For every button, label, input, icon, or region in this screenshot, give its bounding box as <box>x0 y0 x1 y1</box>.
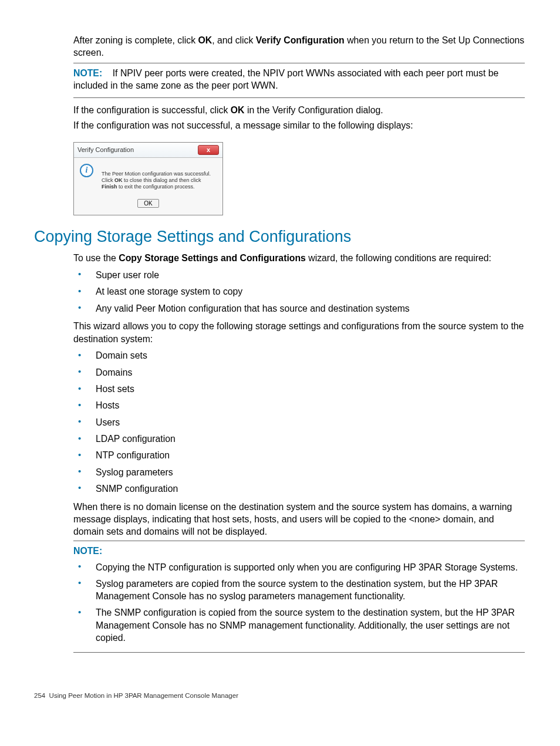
info-icon: i <box>80 164 93 177</box>
paragraph-domain-warning: When there is no domain license on the d… <box>73 501 525 538</box>
text: If the configuration is successful, clic… <box>73 105 231 115</box>
section-heading: Copying Storage Settings and Configurati… <box>34 226 525 247</box>
note-block-npiv: NOTE: If NPIV peer ports were created, t… <box>73 63 525 99</box>
list-item: Host sets <box>73 381 525 397</box>
footer-title: Using Peer Motion in HP 3PAR Management … <box>49 692 238 699</box>
list-item: Domain sets <box>73 347 525 364</box>
text: To use the <box>73 253 119 263</box>
list-item: Syslog parameters <box>73 464 525 480</box>
dialog-body: i The Peer Motion configuration was succ… <box>74 158 222 194</box>
list-item: The SNMP configuration is copied from th… <box>73 605 525 646</box>
note-block-bottom: NOTE: Copying the NTP configuration is s… <box>73 541 525 653</box>
paragraph-success: If the configuration is successful, clic… <box>73 104 525 116</box>
dialog-titlebar: Verify Configuration x <box>74 143 222 158</box>
dialog-title-text: Verify Configuration <box>77 146 134 154</box>
text: wizard, the following conditions are req… <box>306 253 491 263</box>
close-icon[interactable]: x <box>198 145 219 155</box>
list-item: Copying the NTP configuration is support… <box>73 559 525 575</box>
verify-configuration-dialog: Verify Configuration x i The Peer Motion… <box>73 142 223 215</box>
text-bold: OK <box>231 105 245 115</box>
text-bold: Finish <box>102 184 117 190</box>
list-item: Hosts <box>73 397 525 414</box>
list-item: Any valid Peer Motion configuration that… <box>73 300 525 316</box>
text: After zoning is complete, click <box>73 35 198 45</box>
paragraph-wizard-allows: This wizard allows you to copy the follo… <box>73 320 525 345</box>
document-page: After zoning is complete, click OK, and … <box>0 0 560 712</box>
ok-button[interactable]: OK <box>137 199 158 208</box>
list-item: NTP configuration <box>73 447 525 464</box>
note-list: Copying the NTP configuration is support… <box>73 559 525 646</box>
text: to exit the configuration process. <box>117 184 195 190</box>
settings-list: Domain sets Domains Host sets Hosts User… <box>73 347 525 497</box>
paragraph-zoning: After zoning is complete, click OK, and … <box>73 34 525 59</box>
text: , and click <box>212 35 256 45</box>
note-text: If NPIV peer ports were created, the NPI… <box>73 68 498 90</box>
conditions-list: Super user role At least one storage sys… <box>73 266 525 316</box>
dialog-message: The Peer Motion configuration was succes… <box>102 164 218 191</box>
list-item: SNMP configuration <box>73 480 525 497</box>
text-bold: Copy Storage Settings and Configurations <box>119 253 306 263</box>
list-item: Users <box>73 414 525 430</box>
note-label: NOTE: <box>73 68 102 78</box>
page-footer: 254 Using Peer Motion in HP 3PAR Managem… <box>34 691 525 701</box>
list-item: Domains <box>73 364 525 380</box>
text-bold: OK <box>114 177 123 183</box>
text-bold: Verify Configuration <box>256 35 345 45</box>
paragraph-wizard-intro: To use the Copy Storage Settings and Con… <box>73 252 525 264</box>
note-label: NOTE: <box>73 545 525 557</box>
list-item: LDAP configuration <box>73 431 525 447</box>
text-bold: OK <box>198 35 212 45</box>
page-number: 254 <box>34 692 45 699</box>
paragraph-unsuccess: If the configuration was not successful,… <box>73 119 525 131</box>
text: to close this dialog and then click <box>123 177 201 183</box>
list-item: Super user role <box>73 266 525 283</box>
text: in the Verify Configuration dialog. <box>245 105 383 115</box>
list-item: Syslog parameters are copied from the so… <box>73 575 525 605</box>
dialog-footer: OK <box>74 194 222 215</box>
list-item: At least one storage system to copy <box>73 283 525 300</box>
